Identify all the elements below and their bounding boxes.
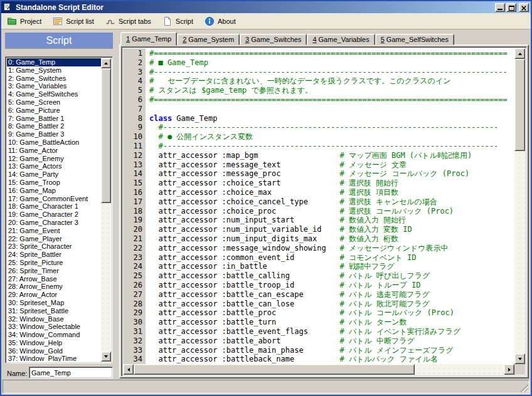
code-line[interactable]: #---------------------------------------… [149,142,514,151]
code-line[interactable]: attr_accessor :message_text # メッセージ 文章 [149,160,514,170]
list-item[interactable]: 15: Game_Troop [7,179,101,187]
code-line[interactable]: attr_accessor :battle_turn # バトル ターン数 [149,318,514,327]
list-item[interactable]: 26: Sprite_Timer [7,267,101,275]
list-item[interactable]: 34: Window_Command [7,331,101,339]
script-list-scrollbar[interactable] [101,58,111,362]
list-item[interactable]: 12: Game_Enemy [7,155,101,163]
code-line[interactable] [149,105,514,114]
list-item[interactable]: 7: Game_Battler 1 [7,115,101,123]
code-area[interactable]: #=======================================… [146,48,514,364]
list-item[interactable]: 1: Game_System [7,66,101,75]
code-line[interactable]: # ■ Game_Temp [149,58,514,68]
code-line[interactable]: attr_accessor :battle_troop_id # バトル トルー… [149,281,514,290]
code-line[interactable]: attr_accessor :message_window_showing # … [149,244,514,253]
list-item[interactable]: 10: Game_BattleAction [7,138,101,147]
list-item[interactable]: 14: Game_Party [7,170,101,179]
code-line[interactable]: attr_accessor :num_input_digits_max # 数値… [149,234,514,244]
code-line[interactable]: attr_accessor :num_input_start # 数値入力 開始… [149,216,514,225]
list-item[interactable]: 0: Game_Temp [7,58,101,66]
scroll-up-button[interactable] [514,48,525,59]
list-item[interactable]: 13: Game_Actors [7,162,101,170]
scroll-up-button[interactable] [101,58,111,68]
list-item[interactable]: 25: Sprite_Picture [7,259,101,267]
scrollbar-thumb[interactable] [101,68,111,203]
scroll-left-button[interactable] [123,364,134,375]
project-button[interactable]: Project [4,15,44,28]
tab-Game_Temp[interactable]: 1 Game_Temp [120,32,177,46]
code-line[interactable]: # セーブデータに含まれない、一時的なデータを扱うクラスです。このクラスのイン [149,76,514,86]
list-item[interactable]: 24: Sprite_Battler [7,251,101,259]
minimize-button[interactable] [495,3,505,12]
tab-Game_Switches[interactable]: 3 Game_Switches [240,34,307,45]
close-button[interactable] [519,3,529,12]
scroll-right-button[interactable] [504,364,514,375]
code-line[interactable]: attr_accessor :battle_abort # バトル 中断フラグ [149,336,514,346]
list-item[interactable]: 2: Game_Switches [7,75,101,83]
code-line[interactable]: attr_accessor :battle_proc # バトル コールバック … [149,308,514,318]
code-line[interactable]: attr_accessor :battle_main_phase # バトル メ… [149,346,514,355]
code-line[interactable]: attr_accessor :num_input_variable_id # 数… [149,225,514,234]
code-line[interactable]: attr_accessor :common_event_id # コモンイベント… [149,253,514,263]
scrollbar-thumb[interactable] [134,364,415,375]
code-line[interactable]: attr_accessor :message_proc # メッセージ コールバ… [149,169,514,179]
scroll-down-button[interactable] [514,353,525,364]
code-line[interactable]: attr_accessor :choice_start # 選択肢 開始行 [149,179,514,188]
about-button[interactable]: About [202,15,238,28]
list-item[interactable]: 27: Arrow_Base [7,275,101,283]
list-item[interactable]: 32: Window_Base [7,315,101,323]
list-item[interactable]: 22: Game_Player [7,235,101,243]
code-line[interactable]: attr_accessor :battleback_name # バトルバック … [149,355,514,364]
editor-vscrollbar[interactable] [514,48,525,364]
code-line[interactable]: attr_accessor :battle_can_escape # バトル 逃… [149,290,514,300]
list-item[interactable]: 28: Arrow_Enemy [7,283,101,291]
code-line[interactable]: attr_accessor :choice_proc # 選択肢 コールバック … [149,207,514,216]
tab-Game_SelfSwitches[interactable]: 5 Game_SelfSwitches [375,34,454,45]
code-line[interactable]: #=======================================… [149,49,514,58]
list-item[interactable]: 29: Arrow_Actor [7,291,101,299]
list-item[interactable]: 19: Game_Character 2 [7,211,101,219]
list-item[interactable]: 33: Window_Selectable [7,323,101,331]
script-button[interactable]: Script [160,15,196,28]
code-line[interactable]: attr_accessor :in_battle # 戦闘中フラグ [149,262,514,271]
list-item[interactable]: 3: Game_Variables [7,82,101,90]
titlebar[interactable]: Standalone Script Editor [1,1,531,13]
list-item[interactable]: 5: Game_Screen [7,98,101,107]
list-item[interactable]: 6: Game_Picture [7,107,101,115]
code-line[interactable]: # ● 公開インスタンス変数 [149,132,514,142]
code-line[interactable]: attr_accessor :battle_calling # バトル 呼び出し… [149,271,514,281]
list-item[interactable]: 4: Game_SelfSwitches [7,90,101,98]
code-line[interactable]: # スタンスは $game_temp で参照されます。 [149,86,514,95]
list-item[interactable]: 8: Game_Battler 2 [7,122,101,130]
maximize-button[interactable] [506,3,516,12]
tab-Game_System[interactable]: 2 Game_System [177,34,240,45]
code-line[interactable]: class Game_Temp [149,114,514,123]
list-item[interactable]: 18: Game_Character 1 [7,202,101,211]
resize-grip[interactable] [520,384,528,392]
code-line[interactable]: attr_accessor :choice_cancel_type # 選択肢 … [149,197,514,207]
script-list-button[interactable]: Script list [50,15,97,28]
code-editor[interactable]: 1234567891011121314151617181920212223242… [121,46,527,377]
code-line[interactable]: #---------------------------------------… [149,68,514,77]
list-item[interactable]: 16: Game_Map [7,187,101,195]
list-item[interactable]: 17: Game_CommonEvent [7,195,101,203]
scrollbar-thumb[interactable] [514,59,525,151]
list-item[interactable]: 9: Game_Battler 3 [7,130,101,138]
list-item[interactable]: 36: Window_Gold [7,347,101,355]
list-item[interactable]: 31: Spriteset_Battle [7,307,101,315]
code-line[interactable]: attr_accessor :battle_can_lose # バトル 敗北可… [149,300,514,309]
code-line[interactable]: #=======================================… [149,95,514,105]
list-item[interactable]: 11: Game_Actor [7,147,101,155]
list-item[interactable]: 20: Game_Character 3 [7,219,101,227]
code-line[interactable]: attr_accessor :battle_event_flags # バトル … [149,327,514,336]
list-item[interactable]: 35: Window_Help [7,339,101,347]
scroll-down-button[interactable] [101,352,111,362]
script-tabs-button[interactable]: Script tabs [103,15,154,28]
list-item[interactable]: 21: Game_Event [7,227,101,235]
code-line[interactable]: attr_accessor :map_bgm # マップ画面 BGM (バトル時… [149,151,514,160]
list-item[interactable]: 23: Sprite_Character [7,242,101,251]
list-item[interactable]: 37: Window_PlayTime [7,355,101,362]
code-line[interactable]: attr_accessor :choice_max # 選択肢 項目数 [149,188,514,197]
tab-Game_Variables[interactable]: 4 Game_Variables [307,34,375,45]
script-name-input[interactable] [29,367,113,378]
code-line[interactable]: #---------------------------------------… [149,123,514,132]
